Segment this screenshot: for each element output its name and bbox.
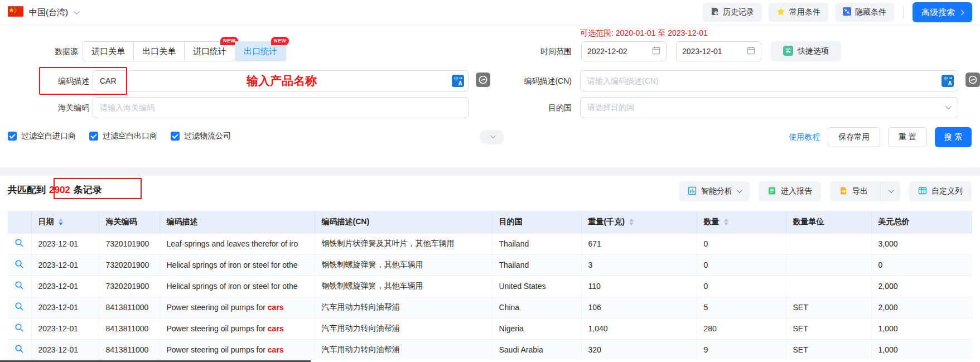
smart-analysis-button[interactable]: 智能分析 — [679, 181, 750, 201]
cell-qty: 9 — [697, 339, 786, 360]
row-detail-button[interactable] — [8, 233, 31, 254]
quick-options-button[interactable]: ⌘ 快捷选项 — [771, 41, 841, 61]
cell-weight: 3 — [581, 254, 697, 276]
cell-unit — [786, 276, 871, 297]
hs-code-input-wrap — [93, 97, 469, 118]
svg-text:A: A — [948, 80, 952, 86]
hs-code-label: 海关编码 — [8, 97, 89, 118]
datasource-label: 数据源 — [8, 41, 78, 61]
results-header: 共匹配到 2902 条记录 智能分析 进入报告 导出 — [0, 176, 980, 211]
cell-hs-code: 7320201900 — [99, 254, 160, 276]
cell-desc: Power steering oil pumps for cars — [160, 318, 315, 339]
col-weight: 重量(千克) — [581, 211, 697, 233]
destination-select[interactable]: 请选择目的国 — [580, 97, 958, 118]
bi-chart-icon — [688, 186, 697, 197]
table-row: 2023-12-01 8413811000 Power steering oil… — [8, 297, 972, 318]
chevron-down-icon — [945, 103, 952, 109]
row-detail-button[interactable] — [8, 276, 31, 297]
tab-export-declarations[interactable]: 出口关单 — [133, 41, 185, 61]
advanced-search-button[interactable]: 高级搜索 — [913, 2, 972, 22]
cell-hs-code: 8413811000 — [99, 297, 160, 318]
hide-conditions-button[interactable]: 隐藏条件 — [835, 3, 894, 22]
row-detail-button[interactable] — [8, 254, 31, 276]
row-detail-button[interactable] — [8, 297, 31, 318]
cell-qty: 0 — [697, 233, 786, 254]
checkbox-filter-logistics[interactable]: 过滤物流公司 — [171, 131, 231, 141]
sort-weight-control[interactable] — [629, 219, 634, 225]
svg-text:⌘: ⌘ — [785, 47, 791, 54]
checkbox-filter-blank-importer[interactable]: 过滤空白进口商 — [8, 131, 76, 141]
cell-date: 2023-12-01 — [31, 276, 99, 297]
desc-cn-input[interactable] — [580, 70, 958, 91]
col-qty: 数量 — [697, 211, 786, 233]
checkbox-filter-blank-exporter[interactable]: 过滤空白出口商 — [89, 131, 157, 141]
filter-actions: 使用教程 保存常用 重 置 搜 索 — [789, 127, 972, 147]
hs-code-input[interactable] — [93, 97, 469, 118]
start-date-picker[interactable]: 2022-12-02 — [581, 41, 667, 61]
datasource-row: 数据源 进口关单 出口关单 进口统计 NEW 出口统计 NEW — [8, 41, 286, 61]
favorites-button[interactable]: 常用条件 — [769, 3, 828, 22]
cell-desc-cn: 汽车用动力转向油帮浦 — [315, 318, 492, 339]
table-row: 2023-12-01 8413811000 Power steering oil… — [8, 318, 972, 339]
desc-input[interactable] — [93, 70, 469, 91]
summary-suffix: 条记录 — [74, 184, 102, 196]
tab-import-declarations[interactable]: 进口关单 — [83, 41, 134, 61]
col-detail — [8, 211, 31, 233]
cell-hs-code: 7320101900 — [99, 233, 160, 254]
china-flag-icon — [8, 6, 23, 19]
history-button[interactable]: 历史记录 — [703, 3, 762, 22]
save-conditions-button[interactable]: 保存常用 — [828, 127, 880, 147]
cell-desc: Leaf-springs and leaves therefor of iro — [160, 233, 315, 254]
search-button[interactable]: 搜 索 — [935, 127, 972, 147]
cell-country: Thailand — [492, 233, 581, 254]
cell-country: United States — [492, 276, 581, 297]
report-icon — [767, 186, 776, 197]
cell-date: 2023-12-01 — [31, 339, 99, 360]
collapse-filters-button[interactable] — [480, 130, 504, 144]
export-options-button[interactable] — [880, 181, 900, 201]
desc-label: 编码描述 — [8, 70, 89, 91]
desc-cn-row: 编码描述(CN) 中A — [522, 70, 980, 91]
cell-country: Thailand — [492, 254, 581, 276]
tab-export-statistics[interactable]: 出口统计 NEW — [235, 41, 286, 61]
row-detail-button[interactable] — [8, 318, 31, 339]
cell-total: 1,000 — [871, 318, 972, 339]
chevron-down-icon — [74, 8, 80, 15]
col-total: 美元总价 — [871, 211, 972, 233]
chevron-down-icon — [889, 187, 894, 193]
cell-qty: 5 — [697, 297, 786, 318]
history-icon — [711, 7, 719, 17]
cell-hs-code: 7320201900 — [99, 276, 160, 297]
cell-qty: 0 — [697, 276, 786, 297]
exclude-filter-icon[interactable] — [965, 73, 980, 91]
results-toolbar: 智能分析 进入报告 导出 自定义列 — [679, 181, 972, 201]
reset-button[interactable]: 重 置 — [888, 127, 927, 147]
translate-icon[interactable]: 中A — [942, 75, 954, 89]
region-label: 中国(台湾) — [29, 7, 68, 18]
time-range-row: 时间范围 2022-12-02 2023-12-01 ⌘ 快捷选项 — [540, 41, 841, 61]
region-selector[interactable]: 中国(台湾) — [8, 6, 78, 19]
export-button[interactable]: 导出 — [830, 181, 876, 201]
sort-desc-icon — [724, 223, 728, 225]
columns-icon — [918, 186, 927, 197]
tab-import-statistics[interactable]: 进口统计 NEW — [184, 41, 235, 61]
enter-report-button[interactable]: 进入报告 — [759, 181, 821, 201]
sort-date-control[interactable] — [59, 219, 63, 225]
cell-weight: 320 — [581, 339, 697, 360]
tutorial-link[interactable]: 使用教程 — [789, 132, 820, 142]
sort-qty-control[interactable] — [724, 219, 728, 225]
checked-checkbox-icon — [8, 132, 17, 141]
cell-country: China — [492, 297, 581, 318]
exclude-filter-icon[interactable] — [476, 73, 490, 91]
translate-icon[interactable]: 中A — [452, 75, 464, 89]
cell-unit: SET — [786, 297, 871, 318]
cell-weight: 1,040 — [581, 318, 697, 339]
end-date-picker[interactable]: 2023-12-01 — [676, 41, 761, 61]
results-count: 2902 — [49, 185, 70, 196]
table-row: 2023-12-01 8413811000 Power steering oil… — [8, 339, 972, 360]
filter-checkboxes: 过滤空白进口商 过滤空白出口商 过滤物流公司 — [8, 131, 231, 141]
calendar-icon — [747, 46, 755, 56]
row-detail-button[interactable] — [8, 339, 31, 360]
checked-checkbox-icon — [89, 132, 98, 141]
customize-columns-button[interactable]: 自定义列 — [909, 181, 972, 201]
